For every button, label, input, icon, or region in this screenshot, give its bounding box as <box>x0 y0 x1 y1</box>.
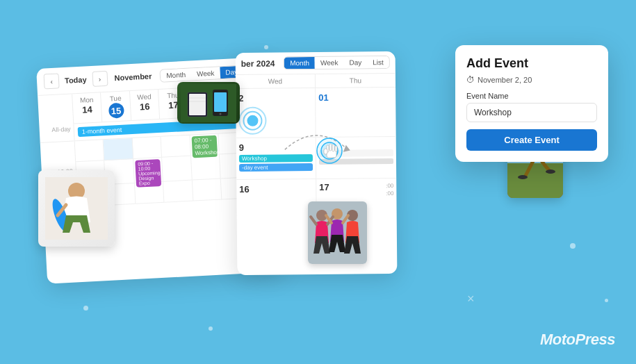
ripple-inner <box>247 115 258 126</box>
cursor-svg <box>314 135 352 174</box>
create-event-button[interactable]: Create Event <box>466 129 597 151</box>
touch-cursor <box>314 135 356 177</box>
yoga-image <box>38 170 115 247</box>
svg-rect-31 <box>329 144 332 151</box>
svg-rect-23 <box>507 163 563 198</box>
event-date-text: November 2, 20 <box>478 76 532 84</box>
tab-month[interactable]: Month <box>161 68 192 81</box>
tab-day-b2[interactable]: Day <box>343 56 367 68</box>
all-day-label: All-day <box>39 124 74 142</box>
dot-decor <box>83 306 88 311</box>
cal-back2-day-headers: Wed Thu <box>236 74 396 89</box>
day-header-wed: Wed <box>236 74 316 88</box>
time-labels-right: :00 :00 <box>386 183 393 197</box>
tab-list-b2[interactable]: List <box>367 56 389 68</box>
cal-back2-title: ber 2024 <box>241 58 275 68</box>
sports-image <box>177 82 240 124</box>
svg-rect-7 <box>189 94 206 115</box>
time-label <box>40 141 76 164</box>
logo-text: MotoPress <box>540 331 615 348</box>
cal-cell-thu1 <box>161 135 191 158</box>
svg-rect-33 <box>335 146 337 151</box>
cal-cell-wed2: 09:00 - 10:00Upcoming Design Expo <box>133 158 163 183</box>
group-fitness-svg <box>308 201 367 264</box>
cal-cell-thu2 <box>162 156 192 182</box>
clock-icon: ⏱ <box>466 75 475 85</box>
dot-decor <box>605 299 608 302</box>
tab-month-b2[interactable]: Month <box>284 57 315 69</box>
day-header-thu: Thu <box>316 74 396 88</box>
day-mon: Mon 14 <box>72 92 103 124</box>
cal-cell <box>75 140 105 162</box>
day-wed: Wed 16 <box>130 90 161 121</box>
tab-week-b2[interactable]: Week <box>315 57 344 69</box>
calendar-title: November <box>114 72 152 82</box>
dot-decor <box>209 326 213 331</box>
calendar-nav: ‹ Today › November <box>44 68 156 89</box>
cal-cell-wed3 <box>135 182 165 204</box>
cal-cell-fri1: 07:00 - 08:00Workshop <box>190 134 220 156</box>
svg-rect-11 <box>214 92 227 112</box>
touch-ripple-area <box>238 107 266 135</box>
dot-decor <box>570 243 576 249</box>
yoga-figure-svg <box>45 177 108 240</box>
motopress-logo: MotoPress <box>540 331 615 349</box>
svg-point-26 <box>546 169 555 174</box>
event-day-event: -day event <box>239 163 313 172</box>
svg-rect-32 <box>332 144 334 151</box>
add-event-title: Add Event <box>466 56 597 71</box>
cal-cell-wed1 <box>132 137 162 159</box>
cal-cell-tue <box>104 138 133 160</box>
yoga-bg <box>38 170 115 247</box>
next-btn[interactable]: › <box>92 71 108 87</box>
event-name-label: Event Name <box>466 92 597 100</box>
svg-rect-34 <box>324 149 327 154</box>
svg-point-25 <box>518 175 528 179</box>
cal-cell-thu3 <box>163 181 193 203</box>
cal-back2-view-tabs: Month Week Day List <box>284 56 390 69</box>
event-name-input[interactable] <box>466 103 597 122</box>
add-event-popup: Add Event ⏱ November 2, 20 Event Name Cr… <box>455 45 608 162</box>
sports-items-svg <box>181 84 236 122</box>
svg-point-12 <box>220 113 222 115</box>
cal-cell-fri2 <box>191 154 221 180</box>
spacer <box>38 94 74 126</box>
prev-btn[interactable]: ‹ <box>44 73 60 89</box>
add-event-date: ⏱ November 2, 20 <box>466 75 597 85</box>
cross-decor: × <box>467 292 475 306</box>
day-tue: Tue 15 <box>101 91 131 122</box>
grid-cell-16: 16 <box>236 179 316 208</box>
tab-week[interactable]: Week <box>191 67 220 80</box>
cal-back2-header: ber 2024 Month Week Day List <box>236 51 396 75</box>
cal-cell-fri3 <box>193 179 222 201</box>
dot-decor <box>264 45 268 49</box>
calendar-month-label: Today <box>65 75 87 85</box>
group-fitness-image <box>308 201 367 264</box>
sports-bg <box>177 82 240 124</box>
